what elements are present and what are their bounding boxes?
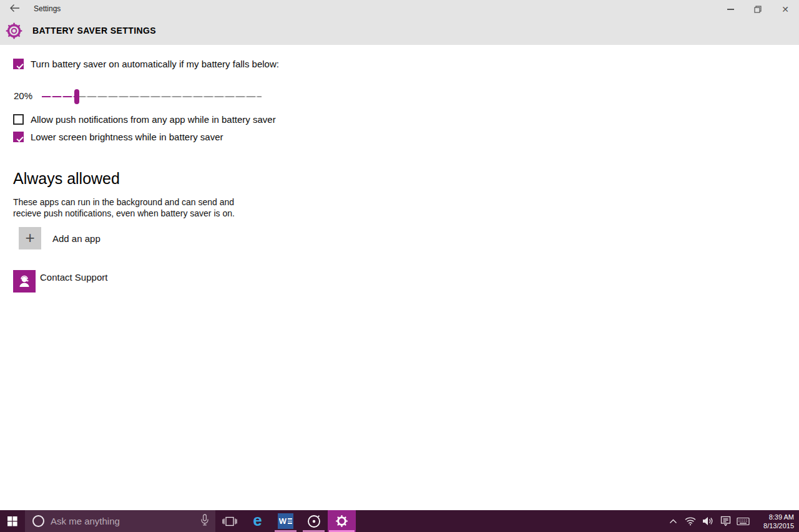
restore-button[interactable] [744, 0, 772, 19]
always-allowed-heading: Always allowed [13, 170, 120, 188]
groove-icon [306, 514, 321, 529]
contact-support-button[interactable]: Contact Support [13, 270, 107, 293]
contact-support-label: Contact Support [40, 272, 107, 283]
search-input[interactable] [51, 516, 194, 526]
action-center-icon [720, 516, 731, 526]
auto-battery-saver-checkbox[interactable] [13, 59, 24, 69]
page-title: BATTERY SAVER SETTINGS [32, 26, 156, 36]
slider-track-filled [42, 96, 77, 97]
auto-battery-saver-label: Turn battery saver on automatically if m… [31, 59, 279, 69]
action-center-button[interactable] [717, 510, 734, 532]
chevron-up-icon [669, 518, 677, 524]
settings-gear-icon [336, 515, 348, 527]
lower-brightness-label: Lower screen brightness while in battery… [31, 132, 223, 142]
support-person-icon [17, 274, 32, 289]
add-an-app-button[interactable]: + Add an app [19, 227, 100, 249]
add-app-label: Add an app [52, 233, 100, 244]
top-band: Settings ✕ [0, 0, 799, 45]
battery-threshold-slider-row: 20% [14, 90, 262, 101]
word-icon: W [278, 513, 293, 529]
wifi-icon [685, 516, 696, 526]
network-button[interactable] [682, 510, 699, 532]
task-view-icon [222, 516, 237, 526]
system-tray: 8:39 AM 8/13/2015 [664, 510, 799, 532]
push-notifications-row: Allow push notifications from any app wh… [13, 114, 276, 125]
titlebar: Settings ✕ [0, 0, 799, 19]
push-notifications-checkbox[interactable] [13, 114, 24, 125]
gear-icon [6, 22, 22, 42]
back-button[interactable] [6, 2, 22, 16]
microphone-icon[interactable] [200, 514, 209, 529]
close-button[interactable]: ✕ [772, 0, 799, 19]
page-header: BATTERY SAVER SETTINGS [0, 19, 799, 45]
restore-icon [754, 6, 762, 13]
auto-battery-saver-row: Turn battery saver on automatically if m… [13, 59, 279, 69]
slider-thumb[interactable] [74, 89, 79, 104]
window-title: Settings [34, 4, 61, 13]
touch-keyboard-button[interactable] [734, 510, 752, 532]
minimize-icon [727, 9, 734, 10]
slider-track-remaining [77, 96, 262, 97]
show-hidden-icons-button[interactable] [664, 510, 682, 532]
battery-threshold-slider[interactable] [42, 96, 262, 97]
cortana-circle-icon [32, 515, 44, 527]
edge-button[interactable]: e [243, 510, 272, 532]
word-button[interactable]: W [272, 510, 300, 532]
battery-saver-settings-panel: Turn battery saver on automatically if m… [0, 45, 799, 510]
keyboard-icon [737, 517, 750, 526]
edge-icon: e [253, 512, 262, 528]
start-button[interactable] [0, 510, 25, 532]
volume-button[interactable] [699, 510, 717, 532]
settings-taskbar-button[interactable] [328, 510, 356, 532]
window-controls: ✕ [717, 0, 799, 19]
contact-support-tile[interactable] [13, 270, 36, 293]
slider-value-label: 20% [14, 90, 42, 101]
always-allowed-description: These apps can run in the background and… [13, 196, 258, 219]
volume-icon [702, 516, 713, 526]
cortana-search-box[interactable] [25, 510, 215, 532]
plus-icon: + [25, 230, 34, 246]
lower-brightness-checkbox[interactable] [13, 132, 24, 142]
back-arrow-icon [9, 4, 20, 15]
clock-date: 8/13/2015 [754, 521, 794, 530]
add-app-tile[interactable]: + [19, 227, 41, 249]
minimize-button[interactable] [717, 0, 744, 19]
clock-time: 8:39 AM [754, 513, 794, 521]
windows-logo-icon [7, 516, 17, 526]
clock[interactable]: 8:39 AM 8/13/2015 [754, 513, 799, 530]
lower-brightness-row: Lower screen brightness while in battery… [13, 132, 223, 142]
task-view-button[interactable] [215, 510, 243, 532]
push-notifications-label: Allow push notifications from any app wh… [31, 114, 276, 125]
taskbar: e W [0, 510, 799, 532]
close-icon: ✕ [782, 5, 789, 14]
groove-button[interactable] [300, 510, 328, 532]
